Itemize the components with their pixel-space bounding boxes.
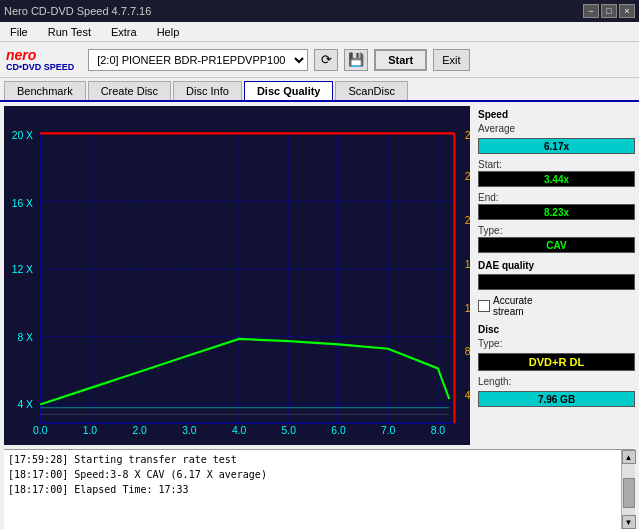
svg-text:7.0: 7.0: [381, 424, 395, 436]
log-time-1: [17:59:28]: [8, 454, 68, 465]
app-title: Nero CD-DVD Speed 4.7.7.16: [4, 5, 151, 17]
svg-text:8 X: 8 X: [17, 331, 33, 343]
end-value: 8.23x: [478, 204, 635, 220]
dae-title: DAE quality: [478, 260, 635, 271]
log-text-1: Starting transfer rate test: [74, 454, 237, 465]
scroll-down[interactable]: ▼: [622, 515, 636, 529]
nero-logo: nero: [6, 47, 74, 63]
menu-run-test[interactable]: Run Test: [42, 24, 97, 40]
log-text-3: Elapsed Time: 17:33: [74, 484, 188, 495]
svg-text:1.0: 1.0: [83, 424, 97, 436]
toolbar: nero CD•DVD SPEED [2:0] PIONEER BDR-PR1E…: [0, 42, 639, 78]
disc-type-value: DVD+R DL: [478, 353, 635, 371]
svg-text:8.0: 8.0: [431, 424, 445, 436]
tab-create-disc[interactable]: Create Disc: [88, 81, 171, 100]
tab-disc-info[interactable]: Disc Info: [173, 81, 242, 100]
chart-svg: 20 X 16 X 12 X 8 X 4 X 28 24 20 16 12 8 …: [4, 106, 470, 445]
log-scrollbar[interactable]: ▲ ▼: [621, 450, 635, 529]
tab-scan-disc[interactable]: ScanDisc: [335, 81, 407, 100]
minimize-button[interactable]: −: [583, 4, 599, 18]
log-area: [17:59:28] Starting transfer rate test […: [4, 449, 635, 529]
start-value: 3.44x: [478, 171, 635, 187]
svg-text:16: 16: [465, 258, 470, 270]
avg-label: Average: [478, 123, 635, 134]
log-line-1: [17:59:28] Starting transfer rate test: [8, 452, 617, 467]
type-value: CAV: [478, 237, 635, 253]
svg-text:8: 8: [465, 345, 470, 357]
tab-bar: Benchmark Create Disc Disc Info Disc Qua…: [0, 78, 639, 102]
svg-text:4 X: 4 X: [17, 398, 33, 410]
menu-file[interactable]: File: [4, 24, 34, 40]
dae-value: [478, 274, 635, 290]
tab-disc-quality[interactable]: Disc Quality: [244, 81, 334, 100]
log-time-3: [18:17:00]: [8, 484, 68, 495]
svg-text:5.0: 5.0: [282, 424, 296, 436]
refresh-icon-button[interactable]: ⟳: [314, 49, 338, 71]
end-label: End:: [478, 192, 635, 203]
svg-text:6.0: 6.0: [331, 424, 345, 436]
log-content: [17:59:28] Starting transfer rate test […: [4, 450, 621, 529]
disc-type-label: Type:: [478, 338, 635, 349]
tab-benchmark[interactable]: Benchmark: [4, 81, 86, 100]
disc-length-label: Length:: [478, 376, 635, 387]
chart-area: 20 X 16 X 12 X 8 X 4 X 28 24 20 16 12 8 …: [4, 106, 470, 445]
disc-length-value: 7.96 GB: [478, 391, 635, 407]
svg-text:3.0: 3.0: [182, 424, 196, 436]
logo: nero CD•DVD SPEED: [6, 47, 74, 72]
drive-select[interactable]: [2:0] PIONEER BDR-PR1EPDVPP100 1.10: [88, 49, 308, 71]
maximize-button[interactable]: □: [601, 4, 617, 18]
svg-text:2.0: 2.0: [132, 424, 146, 436]
accurate-stream-row: Accuratestream: [478, 295, 635, 317]
svg-text:4: 4: [465, 389, 470, 401]
speed-title: Speed: [478, 109, 635, 120]
svg-text:20 X: 20 X: [12, 129, 33, 141]
svg-text:4.0: 4.0: [232, 424, 246, 436]
disc-section-title: Disc: [478, 324, 635, 335]
cdspeed-logo: CD•DVD SPEED: [6, 63, 74, 72]
save-icon-button[interactable]: 💾: [344, 49, 368, 71]
scroll-up[interactable]: ▲: [622, 450, 636, 464]
svg-text:16 X: 16 X: [12, 196, 33, 208]
log-text-2: Speed:3-8 X CAV (6.17 X average): [74, 469, 267, 480]
start-button[interactable]: Start: [374, 49, 427, 71]
close-button[interactable]: ×: [619, 4, 635, 18]
menu-bar: File Run Test Extra Help: [0, 22, 639, 42]
start-label: Start:: [478, 159, 635, 170]
svg-text:20: 20: [465, 214, 470, 226]
exit-button[interactable]: Exit: [433, 49, 469, 71]
svg-text:12 X: 12 X: [12, 263, 33, 275]
right-panel: Speed Average 6.17x Start: 3.44x End: 8.…: [474, 102, 639, 449]
title-bar: Nero CD-DVD Speed 4.7.7.16 − □ ×: [0, 0, 639, 22]
svg-text:0.0: 0.0: [33, 424, 47, 436]
menu-extra[interactable]: Extra: [105, 24, 143, 40]
accurate-stream-label: Accuratestream: [493, 295, 532, 317]
svg-text:24: 24: [465, 170, 470, 182]
log-time-2: [18:17:00]: [8, 469, 68, 480]
type-label: Type:: [478, 225, 635, 236]
menu-help[interactable]: Help: [151, 24, 186, 40]
log-line-3: [18:17:00] Elapsed Time: 17:33: [8, 482, 617, 497]
svg-text:12: 12: [465, 301, 470, 313]
avg-value: 6.17x: [478, 138, 635, 154]
log-line-2: [18:17:00] Speed:3-8 X CAV (6.17 X avera…: [8, 467, 617, 482]
main-content: 20 X 16 X 12 X 8 X 4 X 28 24 20 16 12 8 …: [0, 102, 639, 449]
scroll-thumb[interactable]: [623, 478, 635, 508]
svg-text:28: 28: [465, 129, 470, 141]
window-controls: − □ ×: [583, 4, 635, 18]
accurate-stream-checkbox[interactable]: [478, 300, 490, 312]
